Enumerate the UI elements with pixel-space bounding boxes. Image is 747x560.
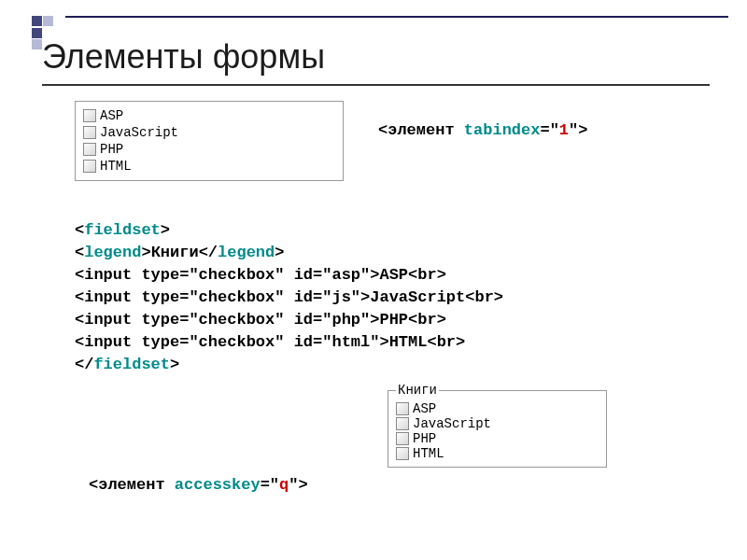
checkbox-icon[interactable] [396, 432, 409, 445]
item-label: JavaScript [100, 124, 178, 141]
list-item: PHP [396, 431, 599, 446]
title-underline [42, 84, 710, 86]
item-label: PHP [413, 431, 436, 446]
checkbox-icon[interactable] [396, 447, 409, 460]
item-label: HTML [100, 158, 132, 175]
accesskey-code: <элемент accesskey="q"> [89, 476, 308, 494]
checkbox-icon[interactable] [396, 417, 409, 430]
code-line: <input type="checkbox" id="php">PHP<br> [75, 309, 503, 331]
list-item: HTML [396, 446, 599, 461]
page-title: Элементы формы [42, 37, 325, 77]
checkbox-list-plain: ASP JavaScript PHP HTML [75, 101, 344, 181]
checkbox-icon[interactable] [83, 160, 96, 173]
item-label: ASP [100, 107, 123, 124]
list-item: JavaScript [83, 124, 335, 141]
item-label: JavaScript [413, 416, 491, 431]
code-line: <input type="checkbox" id="js">JavaScrip… [75, 287, 503, 309]
fieldset: Книги ASP JavaScript PHP HTML [388, 383, 607, 468]
list-item: JavaScript [396, 416, 599, 431]
list-item: PHP [83, 141, 335, 158]
tabindex-code: <элемент tabindex="1"> [378, 121, 587, 139]
checkbox-icon[interactable] [83, 126, 96, 139]
code-line: <fieldset> [75, 219, 503, 242]
item-label: PHP [100, 141, 123, 158]
code-line: </fieldset> [75, 354, 503, 376]
list-item: ASP [396, 401, 599, 416]
decor-line-top [65, 16, 728, 18]
code-line: <input type="checkbox" id="html">HTML<br… [75, 331, 503, 354]
fieldset-code-block: <fieldset> <legend>Книги</legend> <input… [75, 219, 503, 376]
checkbox-icon[interactable] [83, 109, 96, 122]
item-label: HTML [413, 446, 444, 461]
fieldset-legend: Книги [396, 383, 439, 398]
code-line: <input type="checkbox" id="asp">ASP<br> [75, 264, 503, 287]
list-item: ASP [83, 107, 335, 124]
item-label: ASP [413, 401, 436, 416]
checkbox-icon[interactable] [396, 402, 409, 415]
fieldset-rendered: Книги ASP JavaScript PHP HTML [388, 383, 607, 468]
checkbox-icon[interactable] [83, 143, 96, 156]
code-line: <legend>Книги</legend> [75, 242, 503, 264]
list-item: HTML [83, 158, 335, 175]
